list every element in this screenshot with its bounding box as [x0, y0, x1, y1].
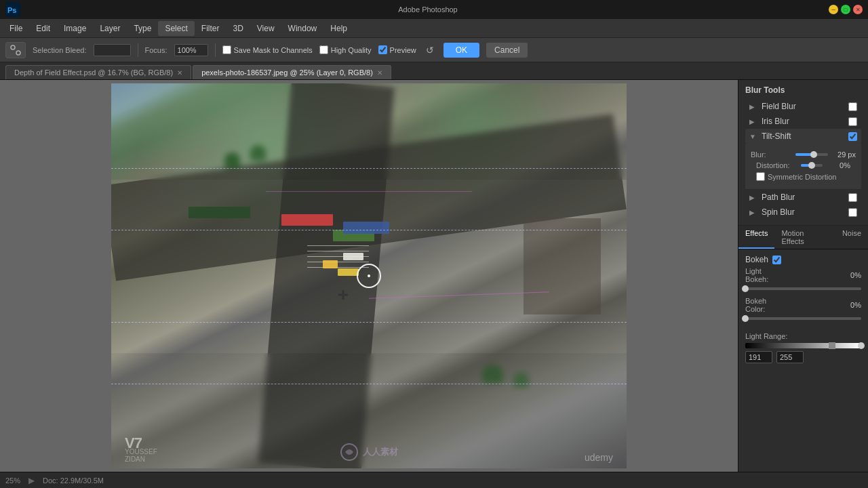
path-blur-expand-icon: ▶ — [749, 194, 757, 201]
vehicle-bus-2 — [343, 222, 389, 233]
vehicle-red — [281, 214, 333, 226]
light-range-max-input[interactable] — [776, 351, 804, 363]
bokeh-color-track[interactable] — [745, 317, 861, 320]
bokeh-color-row: Bokeh Color: 0% — [745, 297, 861, 313]
distortion-track[interactable] — [801, 164, 823, 167]
iris-blur-expand-icon: ▶ — [749, 118, 757, 125]
ok-button[interactable]: OK — [443, 43, 479, 58]
separator-2 — [215, 43, 216, 57]
selection-bleed-input[interactable] — [94, 44, 131, 56]
menu-window[interactable]: Window — [281, 21, 324, 36]
maximize-btn[interactable]: □ — [841, 5, 850, 14]
iris-blur-item[interactable]: ▶ Iris Blur — [745, 114, 861, 129]
effects-tab-noise[interactable]: Noise — [835, 226, 868, 249]
menu-file[interactable]: File — [3, 21, 29, 36]
focus-dot — [368, 274, 370, 277]
brand-logo-left: V7 YOUSSEFZIDAN — [125, 434, 157, 463]
iris-blur-label: Iris Blur — [762, 117, 844, 126]
light-bokeh-thumb[interactable] — [742, 285, 749, 292]
effects-tabs: Effects Motion Effects Noise — [738, 226, 868, 249]
zoom-level: 25% — [5, 476, 20, 485]
field-blur-item[interactable]: ▶ Field Blur — [745, 99, 861, 114]
status-arrow[interactable]: ▶ — [28, 476, 35, 485]
focus-input[interactable] — [174, 44, 208, 56]
svg-text:Ps: Ps — [7, 6, 16, 14]
canvas-area[interactable]: ✛ V7 YOUSSEFZIDAN 人人素材 udemy — [0, 80, 738, 472]
high-quality-checkbox[interactable] — [319, 45, 328, 54]
light-bokeh-row: Light Bokeh: 0% — [745, 267, 861, 283]
blur-thumb[interactable] — [810, 151, 817, 158]
bokeh-checkbox[interactable] — [772, 256, 781, 264]
menu-help[interactable]: Help — [323, 21, 354, 36]
bokeh-section: Bokeh Light Bokeh: 0% Bokeh Color: 0% — [738, 249, 868, 329]
symmetric-distortion-group: Symmetric Distortion — [756, 172, 850, 181]
vehicle-dark-bus — [189, 207, 250, 218]
color-line-2 — [266, 191, 472, 192]
city-canvas: ✛ V7 YOUSSEFZIDAN 人人素材 udemy — [111, 83, 627, 468]
light-range-min-input[interactable] — [745, 351, 772, 363]
vehicle-yellow-2 — [338, 268, 358, 276]
field-blur-label: Field Blur — [762, 102, 844, 111]
crowd-area — [524, 218, 601, 314]
svg-point-3 — [16, 51, 20, 55]
light-bokeh-track[interactable] — [745, 287, 861, 290]
save-mask-group: Save Mask to Channels — [222, 45, 313, 54]
tilt-line-bottom — [111, 322, 627, 323]
path-blur-checkbox[interactable] — [848, 193, 857, 202]
svg-point-2 — [11, 45, 15, 49]
tilt-line-upper — [111, 168, 627, 169]
light-range-track[interactable] — [745, 343, 861, 348]
tilt-shift-expand-icon: ▼ — [749, 133, 757, 140]
blur-track[interactable] — [795, 153, 828, 156]
menu-bar: File Edit Image Layer Type Select Filter… — [0, 19, 868, 38]
tab-1-close[interactable]: ✕ — [377, 69, 382, 77]
light-range-max-thumb[interactable] — [858, 342, 865, 349]
options-bar: Selection Bleed: Focus: Save Mask to Cha… — [0, 38, 868, 62]
path-blur-item[interactable]: ▶ Path Blur — [745, 190, 861, 205]
menu-layer[interactable]: Layer — [93, 21, 127, 36]
tab-1[interactable]: pexels-photo-186537.jpeg @ 25% (Layer 0,… — [193, 65, 391, 79]
menu-type[interactable]: Type — [127, 21, 158, 36]
app-title: Adobe Photoshop — [27, 5, 829, 14]
tool-options-icon[interactable] — [5, 42, 26, 58]
separator-1 — [138, 43, 138, 57]
menu-image[interactable]: Image — [57, 21, 93, 36]
tab-1-label: pexels-photo-186537.jpeg @ 25% (Layer 0,… — [201, 68, 373, 77]
close-btn[interactable]: ✕ — [853, 5, 863, 14]
light-bokeh-label: Light Bokeh: — [745, 267, 786, 283]
light-range-min-thumb[interactable] — [829, 342, 835, 349]
effects-tab-effects[interactable]: Effects — [738, 226, 774, 249]
save-mask-checkbox[interactable] — [222, 45, 231, 54]
effects-tab-motion[interactable]: Motion Effects — [774, 226, 835, 249]
menu-3d[interactable]: 3D — [226, 21, 250, 36]
bokeh-color-value: 0% — [850, 301, 861, 309]
right-panel: Blur Tools ▶ Field Blur ▶ Iris Blur ▼ Ti… — [738, 80, 868, 472]
menu-filter[interactable]: Filter — [195, 21, 226, 36]
high-quality-group: High Quality — [319, 45, 372, 54]
bokeh-header: Bokeh — [745, 255, 861, 264]
tilt-shift-checkbox[interactable] — [848, 132, 857, 141]
preview-checkbox[interactable] — [378, 45, 387, 54]
bokeh-color-thumb[interactable] — [742, 315, 749, 322]
distortion-thumb[interactable] — [808, 162, 815, 169]
menu-select[interactable]: Select — [158, 21, 194, 36]
light-range-section: Light Range: — [738, 329, 868, 369]
watermark: 人人素材 — [340, 443, 398, 462]
tab-0-close[interactable]: ✕ — [177, 69, 182, 77]
tilt-shift-item[interactable]: ▼ Tilt-Shift — [745, 129, 861, 144]
title-bar: Ps Adobe Photoshop ─ □ ✕ — [0, 0, 868, 19]
spin-blur-item[interactable]: ▶ Spin Blur — [745, 205, 861, 220]
tab-0[interactable]: Depth of Field Effect.psd @ 16.7% (BG, R… — [5, 65, 191, 79]
refresh-button[interactable]: ↺ — [423, 43, 437, 57]
spin-blur-checkbox[interactable] — [848, 208, 857, 217]
vehicle-yellow-1 — [323, 260, 338, 268]
menu-view[interactable]: View — [250, 21, 281, 36]
field-blur-checkbox[interactable] — [848, 102, 857, 111]
blur-slider-row: Blur: 29 px — [751, 150, 856, 159]
iris-blur-checkbox[interactable] — [848, 117, 857, 126]
menu-edit[interactable]: Edit — [29, 21, 57, 36]
cancel-button[interactable]: Cancel — [486, 43, 528, 58]
minimize-btn[interactable]: ─ — [829, 5, 838, 14]
symmetric-checkbox[interactable] — [756, 172, 765, 181]
main-area: ✛ V7 YOUSSEFZIDAN 人人素材 udemy Blur Tools … — [0, 80, 868, 472]
